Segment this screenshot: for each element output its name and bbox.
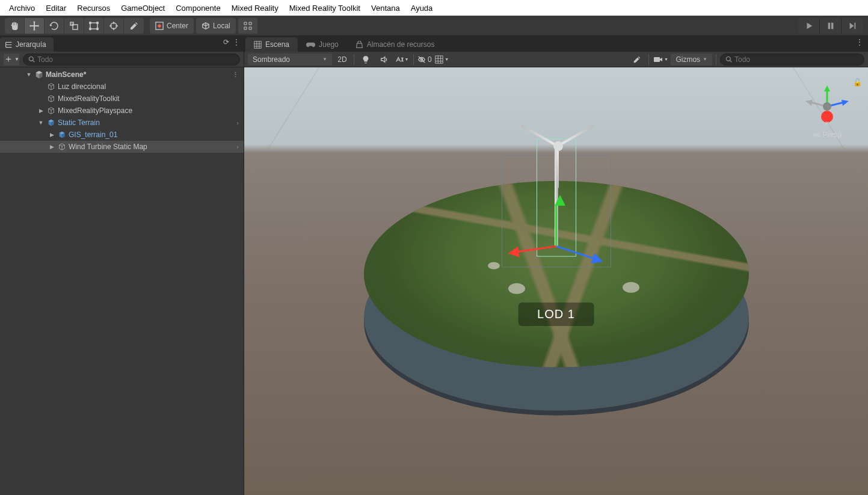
menu-componente[interactable]: Componente <box>170 1 226 15</box>
toggle-2d[interactable]: 2D <box>334 54 350 66</box>
panel-lock-icon[interactable]: ⟳ <box>223 38 229 46</box>
orientation-gizmo[interactable]: x ≪ Persp <box>803 85 851 140</box>
gameobject-icon <box>57 142 67 152</box>
expand-arrow-icon[interactable]: ▶ <box>48 144 55 150</box>
grid-snap-icon <box>243 21 253 31</box>
component-tools[interactable] <box>629 54 645 66</box>
orientation-axes-icon: x <box>803 85 851 128</box>
svg-point-4 <box>97 22 99 23</box>
lighting-toggle[interactable] <box>358 54 374 66</box>
rotate-icon <box>49 21 59 31</box>
menu-editar[interactable]: Editar <box>40 1 72 15</box>
scene-tabbar: Escena Juego Almacén de recursos ⋮ <box>244 36 868 52</box>
menu-recursos[interactable]: Recursos <box>72 1 115 15</box>
projection-label[interactable]: ≪ Persp <box>803 131 851 139</box>
camera-toggle[interactable]: ▼ <box>653 54 668 66</box>
expand-arrow-icon[interactable]: ▼ <box>25 72 32 78</box>
gizmo-y-axis[interactable] <box>555 200 558 247</box>
panel-menu-icon[interactable]: ⋮ <box>233 38 240 46</box>
tree-label: Wind Turbine Static Map <box>69 143 147 151</box>
fx-toggle[interactable]: ▼ <box>394 54 410 66</box>
svg-rect-2 <box>90 23 97 29</box>
tree-item-gis-terrain[interactable]: ▶ GIS_terrain_01 <box>0 129 244 141</box>
shading-label: Sombreado <box>253 55 290 64</box>
panel-menu-icon[interactable]: ⋮ <box>856 38 863 46</box>
gameobject-icon <box>46 82 56 91</box>
tab-label: Juego <box>319 40 339 49</box>
scene-viewport[interactable]: LOD 1 🔓 x ≪ Persp <box>244 67 868 495</box>
rotate-tool[interactable] <box>45 18 64 34</box>
viewport-lock-icon[interactable]: 🔓 <box>853 78 862 87</box>
local-global-toggle[interactable]: Local <box>196 18 236 34</box>
caret-icon: ▼ <box>322 57 327 62</box>
menu-bar: Archivo Editar Recursos GameObject Compo… <box>0 0 868 16</box>
grid-line <box>244 67 319 430</box>
tab-asset-store[interactable]: Almacén de recursos <box>347 37 443 52</box>
audio-toggle[interactable] <box>376 54 392 66</box>
pause-button[interactable] <box>820 18 842 34</box>
snap-toggle[interactable] <box>238 18 258 34</box>
scene-row-menu[interactable]: ⋮ <box>232 71 239 79</box>
menu-mixed-reality-toolkit[interactable]: Mixed Reality Toolkit <box>284 1 366 15</box>
grid-toggle[interactable]: ▼ <box>434 54 450 66</box>
camera-icon <box>653 55 663 64</box>
tree-item-mrtk[interactable]: MixedRealityToolkit <box>0 93 244 105</box>
pivot-label: Center <box>167 22 188 30</box>
custom-tool[interactable] <box>124 18 144 34</box>
shading-dropdown[interactable]: Sombreado▼ <box>248 54 332 66</box>
scene-search[interactable] <box>720 54 864 66</box>
gizmos-dropdown[interactable]: Gizmos▼ <box>671 54 712 66</box>
tree-label: Luz direccional <box>58 82 106 91</box>
hierarchy-tabbar: Jerarquía ⟳ ⋮ <box>0 36 244 52</box>
expand-arrow-icon[interactable]: ▶ <box>48 132 55 138</box>
transform-tool[interactable] <box>104 18 124 34</box>
prefab-icon <box>46 118 56 128</box>
tree-item-wind-turbine[interactable]: ▶ Wind Turbine Static Map › <box>0 141 244 153</box>
scale-icon <box>69 21 79 31</box>
tree-item-luz[interactable]: Luz direccional <box>0 81 244 93</box>
create-button[interactable]: ＋▼ <box>4 54 19 66</box>
move-icon <box>29 21 39 31</box>
expand-arrow-icon[interactable]: ▶ <box>37 108 45 114</box>
list-icon <box>5 41 13 49</box>
menu-ayuda[interactable]: Ayuda <box>405 1 439 15</box>
svg-point-26 <box>823 102 831 111</box>
lod-label: LOD 1 <box>518 303 594 326</box>
gameobject-icon <box>46 94 56 103</box>
step-button[interactable] <box>842 18 863 34</box>
hidden-objects[interactable]: 0 <box>417 54 432 66</box>
hierarchy-search-input[interactable] <box>37 55 235 64</box>
open-prefab-chevron-icon[interactable]: › <box>236 143 239 150</box>
pivot-center-toggle[interactable]: Center <box>150 18 194 34</box>
hierarchy-search[interactable] <box>23 54 240 66</box>
scene-grid-icon <box>254 41 262 49</box>
move-tool[interactable] <box>25 18 45 34</box>
svg-rect-11 <box>831 22 833 29</box>
tree-label: MixedRealityPlayspace <box>58 106 132 115</box>
open-prefab-chevron-icon[interactable]: › <box>236 119 239 126</box>
tree-item-static-terrain[interactable]: ▼ Static Terrain › <box>0 117 244 129</box>
rect-tool[interactable] <box>84 18 104 34</box>
hierarchy-panel: Jerarquía ⟳ ⋮ ＋▼ ▼ MainScene* ⋮ <box>0 36 244 495</box>
expand-arrow-icon[interactable]: ▼ <box>37 120 45 126</box>
tab-juego[interactable]: Juego <box>298 37 347 52</box>
menu-gameobject[interactable]: GameObject <box>115 1 170 15</box>
editor-body: Jerarquía ⟳ ⋮ ＋▼ ▼ MainScene* ⋮ <box>0 36 868 495</box>
local-icon <box>202 22 210 30</box>
search-icon <box>725 56 732 63</box>
tools-icon <box>633 55 641 64</box>
hierarchy-tab[interactable]: Jerarquía <box>0 37 54 52</box>
menu-ventana[interactable]: Ventana <box>366 1 405 15</box>
scene-root[interactable]: ▼ MainScene* ⋮ <box>0 69 244 81</box>
hand-tool[interactable] <box>5 18 25 34</box>
menu-mixed-reality[interactable]: Mixed Reality <box>226 1 284 15</box>
svg-rect-12 <box>855 22 856 29</box>
pause-icon <box>826 22 835 30</box>
scene-search-input[interactable] <box>734 55 859 64</box>
svg-rect-16 <box>436 55 443 63</box>
tab-escena[interactable]: Escena <box>245 37 298 52</box>
tree-item-playspace[interactable]: ▶ MixedRealityPlayspace <box>0 105 244 117</box>
scale-tool[interactable] <box>64 18 84 34</box>
menu-archivo[interactable]: Archivo <box>4 1 40 15</box>
play-button[interactable] <box>798 18 820 34</box>
